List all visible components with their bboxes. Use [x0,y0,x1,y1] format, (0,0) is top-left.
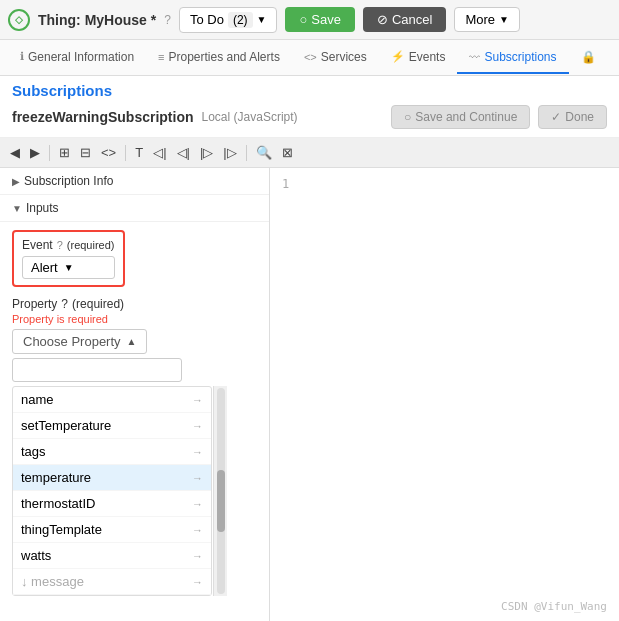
subscription-info-header[interactable]: ▶ Subscription Info [0,168,269,195]
right-panel: 1 CSDN @Vifun_Wang [270,168,619,621]
save-button[interactable]: ○ Save [285,7,355,32]
event-value: Alert [31,260,58,275]
subscription-name: freezeWarningSubscription [12,109,194,125]
arrow-icon: → [192,446,203,458]
toolbar-align-right[interactable]: |▷ [196,143,217,162]
tab-properties-label: Properties and Alerts [168,50,279,64]
subscription-info-arrow: ▶ [12,176,20,187]
general-tab-icon: ℹ [20,50,24,63]
main-area: ▶ Subscription Info ▼ Inputs Event ? (re… [0,168,619,621]
event-dropdown[interactable]: Alert ▼ [22,256,115,279]
scrollbar-thumb [217,470,225,532]
tab-subscriptions[interactable]: 〰 Subscriptions [457,42,568,74]
event-required: (required) [67,239,115,251]
property-required: (required) [72,297,124,311]
thing-help-icon[interactable]: ? [164,13,171,27]
arrow-icon: → [192,550,203,562]
toolbar-redo[interactable]: ▶ [26,143,44,162]
line-number: 1 [282,177,289,191]
tab-lock[interactable]: 🔒 [569,42,608,74]
left-panel: ▶ Subscription Info ▼ Inputs Event ? (re… [0,168,270,621]
tab-general-label: General Information [28,50,134,64]
save-continue-button[interactable]: ○ Save and Continue [391,105,530,129]
tab-events[interactable]: ⚡ Events [379,42,458,74]
list-item[interactable]: tags → [13,439,211,465]
arrow-icon: → [192,394,203,406]
toolbar-text[interactable]: T [131,143,147,162]
choose-property-button[interactable]: Choose Property ▲ [12,329,147,354]
toolbar-sep-2 [125,145,126,161]
events-tab-icon: ⚡ [391,50,405,63]
subscriptions-header: Subscriptions freezeWarningSubscription … [0,76,619,138]
property-help-icon[interactable]: ? [61,297,68,311]
properties-tab-icon: ≡ [158,51,164,63]
subscription-info-label: Subscription Info [24,174,113,188]
property-list: name → setTemperature → tags → tempera [12,386,212,596]
inputs-section: Event ? (required) Alert ▼ Property ? [0,222,269,604]
toolbar-settings[interactable]: ⊠ [278,143,297,162]
subscriptions-tab-icon: 〰 [469,51,480,63]
todo-button[interactable]: To Do (2) ▼ [179,7,278,33]
nav-tabs: ℹ General Information ≡ Properties and A… [0,40,619,76]
event-label: Event ? (required) [22,238,115,252]
more-button[interactable]: More ▼ [454,7,520,32]
list-item[interactable]: thingTemplate → [13,517,211,543]
arrow-icon: → [192,524,203,536]
event-help-icon[interactable]: ? [57,239,63,251]
inputs-header[interactable]: ▼ Inputs [0,195,269,222]
watermark: CSDN @Vifun_Wang [501,600,607,613]
list-item[interactable]: setTemperature → [13,413,211,439]
list-item[interactable]: name → [13,387,211,413]
inputs-label: Inputs [26,201,59,215]
list-item[interactable]: thermostatID → [13,491,211,517]
toolbar-search[interactable]: 🔍 [252,143,276,162]
choose-property-arrow: ▲ [127,336,137,347]
toolbar-align-justify[interactable]: |▷ [219,143,240,162]
save-icon: ○ [299,12,307,27]
subscription-name-row: freezeWarningSubscription Local (JavaScr… [12,101,607,133]
list-scrollbar[interactable] [213,386,227,596]
event-box: Event ? (required) Alert ▼ [12,230,125,287]
lock-icon: 🔒 [581,50,596,64]
cancel-icon: ⊘ [377,12,388,27]
tab-subscriptions-label: Subscriptions [484,50,556,64]
scrollbar-track [217,388,225,594]
toolbar-remove-block[interactable]: ⊟ [76,143,95,162]
tab-properties[interactable]: ≡ Properties and Alerts [146,42,292,74]
arrow-icon: → [192,498,203,510]
list-item[interactable]: watts → [13,543,211,569]
subscription-type: Local (JavaScript) [202,110,298,124]
editor-toolbar: ◀ ▶ ⊞ ⊟ <> T ◁| ◁| |▷ |▷ 🔍 ⊠ [0,138,619,168]
thing-title: Thing: MyHouse * [38,12,156,28]
event-dropdown-arrow: ▼ [64,262,74,273]
services-tab-icon: <> [304,51,317,63]
tab-general[interactable]: ℹ General Information [8,42,146,74]
done-check-icon: ✓ [551,110,561,124]
event-field-group: Event ? (required) Alert ▼ [22,238,115,279]
code-editor[interactable]: 1 CSDN @Vifun_Wang [270,168,619,621]
list-item-temperature[interactable]: temperature → [13,465,211,491]
done-button[interactable]: ✓ Done [538,105,607,129]
todo-label: To Do [190,12,224,27]
property-list-wrapper: name → setTemperature → tags → tempera [12,386,227,596]
toolbar-sep-3 [246,145,247,161]
choose-property-label: Choose Property [23,334,121,349]
toolbar-align-left[interactable]: ◁| [149,143,170,162]
list-item[interactable]: ↓ message → [13,569,211,595]
tab-events-label: Events [409,50,446,64]
property-search-wrapper [12,358,257,386]
inputs-arrow: ▼ [12,203,22,214]
more-dropdown-arrow: ▼ [499,14,509,25]
toolbar-undo[interactable]: ◀ [6,143,24,162]
toolbar-code[interactable]: <> [97,143,120,162]
tab-services[interactable]: <> Services [292,42,379,74]
content-area: Subscriptions freezeWarningSubscription … [0,76,619,621]
top-bar: ◇ Thing: MyHouse * ? To Do (2) ▼ ○ Save … [0,0,619,40]
property-error: Property is required [12,313,257,325]
arrow-icon: → [192,420,203,432]
toolbar-align-center[interactable]: ◁| [173,143,194,162]
subscriptions-title: Subscriptions [12,82,607,99]
toolbar-insert-block[interactable]: ⊞ [55,143,74,162]
cancel-button[interactable]: ⊘ Cancel [363,7,446,32]
property-search-input[interactable] [12,358,182,382]
